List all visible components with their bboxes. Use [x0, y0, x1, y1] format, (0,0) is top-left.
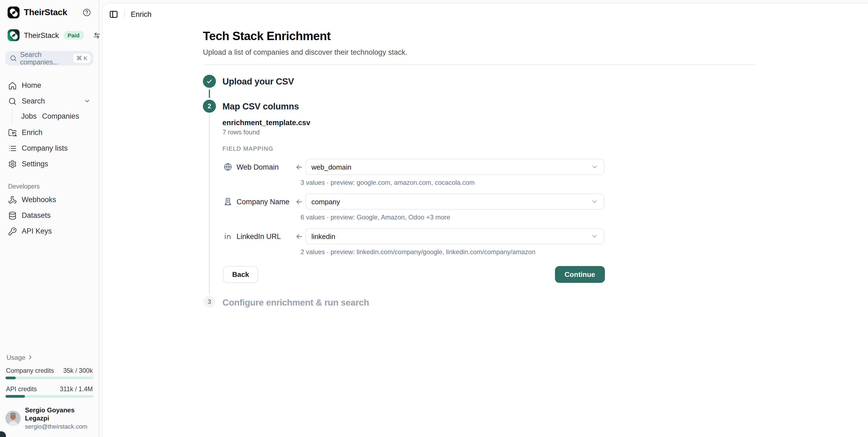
step-configure-enrichment: 3 Configure enrichment & run search — [203, 296, 604, 309]
sidebar-item-label: Companies — [42, 112, 79, 120]
content-card: Enrich Tech Stack Enrichment Upload a li… — [102, 3, 868, 437]
sidebar-item-enrich[interactable]: Enrich — [5, 125, 93, 140]
sidebar-item-jobs[interactable]: Jobs — [19, 109, 39, 124]
step2-title: Map CSV columns — [222, 100, 604, 113]
chevron-down-icon — [591, 232, 598, 240]
search-icon — [8, 97, 17, 105]
progress-track — [5, 377, 93, 379]
search-icon — [10, 55, 17, 62]
user-name: Sergio Goyanes Legazpi — [25, 406, 93, 423]
page-title: Tech Stack Enrichment — [203, 29, 868, 43]
step3-title: Configure enrichment & run search — [222, 296, 604, 309]
sidebar-item-company-lists[interactable]: Company lists — [5, 140, 93, 156]
sidebar-item-search[interactable]: Search — [5, 93, 93, 109]
field-label: Web Domain — [237, 163, 279, 171]
sidebar-item-label: Home — [22, 81, 91, 90]
page-subtitle: Upload a list of companies and discover … — [203, 48, 868, 56]
database-icon — [8, 211, 17, 220]
field-label: LinkedIn URL — [237, 232, 281, 240]
chevron-right-icon — [27, 355, 33, 361]
field-label: Company Name — [237, 198, 289, 206]
select-value: company — [311, 198, 591, 206]
meter-label: Company credits — [6, 367, 54, 374]
sidebar-item-companies[interactable]: Companies — [39, 109, 82, 124]
sidebar-item-label: Settings — [22, 160, 91, 168]
key-icon — [8, 227, 17, 235]
app-window: TheirStack TheirStack Paid — [0, 0, 868, 437]
sidebar-item-label: Datasets — [22, 211, 91, 220]
sidebar-item-label: Company lists — [22, 144, 91, 152]
sidebar-item-label: Webhooks — [22, 196, 91, 204]
workspace-switcher[interactable]: TheirStack Paid — [5, 27, 93, 43]
sidebar-item-label: API Keys — [22, 227, 91, 235]
sidebar-item-label: Jobs — [21, 112, 37, 120]
mapping-row-company-name: Company Name company — [222, 194, 604, 210]
folder-sync-icon — [8, 128, 17, 137]
progress-fill — [5, 395, 25, 398]
brand-row: TheirStack — [5, 4, 93, 21]
meter-value: 311k / 1.4M — [60, 385, 93, 393]
column-preview: 2 values · preview: linkedin.com/company… — [301, 248, 604, 256]
linkedin-icon — [223, 232, 232, 241]
step3-badge: 3 — [204, 296, 215, 308]
user-menu[interactable]: Sergio Goyanes Legazpi sergio@theirstack… — [5, 405, 93, 432]
column-preview: 6 values · preview: Google, Amazon, Odoo… — [301, 213, 604, 221]
webhook-icon — [8, 195, 17, 204]
sidebar-item-home[interactable]: Home — [5, 77, 93, 93]
list-icon — [8, 144, 17, 153]
swap-arrows-icon — [93, 31, 101, 39]
mapping-row-web-domain: Web Domain web_domain — [222, 159, 604, 175]
gear-icon — [8, 160, 17, 168]
breadcrumb: Enrich — [131, 10, 152, 18]
meter-value: 35k / 300k — [63, 367, 93, 374]
workspace-logo — [8, 29, 20, 41]
usage-panel: Usage Company credits 35k / 300k API cre… — [5, 353, 93, 432]
help-circle-icon[interactable] — [83, 8, 91, 17]
progress-track — [5, 395, 93, 398]
chevron-down-icon — [591, 163, 598, 171]
home-icon — [8, 81, 17, 90]
sidebar: TheirStack TheirStack Paid — [0, 0, 99, 437]
sidebar-item-api-keys[interactable]: API Keys — [5, 223, 93, 239]
page-content: Tech Stack Enrichment Upload a list of c… — [102, 25, 868, 309]
column-select-company-name[interactable]: company — [305, 194, 604, 210]
sidebar-item-label: Search — [22, 97, 79, 105]
step1-badge — [203, 75, 216, 88]
step-map-columns: 2 Map CSV columns enrichment_template.cs… — [203, 100, 604, 296]
column-select-web-domain[interactable]: web_domain — [305, 159, 604, 175]
column-preview: 3 values · preview: google.com, amazon.c… — [301, 179, 604, 187]
search-subgroup: Jobs Companies — [12, 109, 93, 124]
theirstack-logo — [8, 6, 20, 19]
search-input[interactable]: Search companies... ⌘ K — [5, 51, 93, 66]
building-icon — [223, 197, 232, 206]
mapping-row-linkedin-url: LinkedIn URL linkedin — [222, 228, 604, 244]
brand-name: TheirStack — [24, 8, 67, 18]
chevron-down-icon — [84, 98, 91, 105]
workspace-name: TheirStack — [24, 31, 59, 39]
field-mapping-label: FIELD MAPPING — [222, 145, 604, 152]
column-select-linkedin-url[interactable]: linkedin — [305, 228, 604, 244]
usage-label: Usage — [6, 354, 25, 361]
panel-left-icon[interactable] — [109, 9, 118, 19]
uploaded-file-meta: 7 rows found — [222, 128, 604, 136]
continue-button[interactable]: Continue — [555, 266, 605, 283]
sidebar-item-datasets[interactable]: Datasets — [5, 207, 93, 223]
select-value: linkedin — [311, 232, 591, 240]
step1-title: Upload your CSV — [222, 75, 604, 88]
plan-badge: Paid — [63, 31, 84, 39]
sidebar-item-settings[interactable]: Settings — [5, 156, 93, 172]
select-value: web_domain — [311, 163, 591, 171]
arrow-left-icon — [294, 232, 304, 240]
step2-badge: 2 — [203, 100, 216, 113]
header-divider — [124, 10, 125, 19]
sidebar-item-webhooks[interactable]: Webhooks — [5, 192, 93, 207]
arrow-left-icon — [294, 198, 304, 206]
usage-link[interactable]: Usage — [5, 353, 93, 367]
back-button[interactable]: Back — [223, 266, 258, 283]
section-divider — [203, 65, 755, 65]
user-email: sergio@theirstack.com — [25, 423, 93, 431]
uploaded-file-name: enrichment_template.csv — [222, 119, 604, 127]
chat-bubble-edge — [0, 431, 6, 437]
main-area: Enrich Tech Stack Enrichment Upload a li… — [99, 0, 868, 437]
sidebar-item-label: Enrich — [22, 128, 91, 137]
